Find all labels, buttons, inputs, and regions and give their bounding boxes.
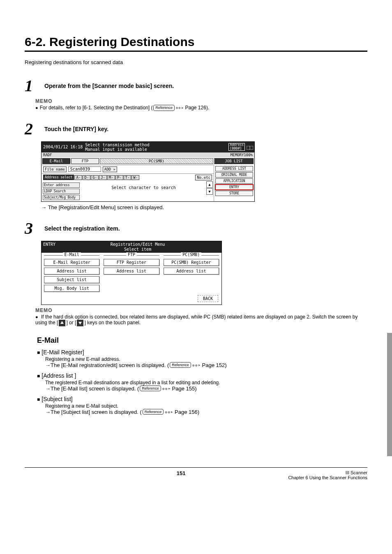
job-list-button[interactable]: JOB LIST [214,158,254,164]
email-register-button[interactable]: E-Mail Register [44,259,99,266]
email-register-head: ■[E-Mail Register] [37,349,367,355]
tab-email[interactable]: E-Mail [42,158,70,164]
ftp-address-list-button[interactable]: Address list [104,268,159,275]
screen1-datetime: 2004/01/12 16:18 [43,145,83,149]
ftp-register-button[interactable]: FTP Register [104,259,159,266]
tab-pcsmb[interactable]: PC(SMB) [100,158,213,164]
footer-section: III Scanner [288,470,367,475]
bullet-icon-3: ● [35,314,38,319]
s2-grp-email: E-Mail [63,252,81,257]
radf-label: RADF [42,152,229,157]
entry-button[interactable]: ENTRY [215,185,253,190]
s2-header-l1: Registration/Edit Menu [55,242,220,247]
step-3-title: Select the registration item. [44,225,367,232]
subject-msg-body-button[interactable]: Subject/Msg Body [43,195,80,200]
memo-label-1: MEMO [35,98,367,104]
add-button[interactable]: ADD » [103,166,117,172]
back-button[interactable]: BACK [198,295,218,302]
subject-list-res-b: Page 156) [175,409,199,415]
screen1-message-1: Select transmission method [85,143,228,147]
email-register-res-b: Page 152) [202,362,227,368]
memo-label-3: MEMO [35,307,367,313]
reference-badge-e3: Reference [143,409,164,415]
subject-list-res-a: The [Subject list] screen is displayed. … [51,409,142,415]
reference-badge-e1: Reference [170,362,191,368]
store-button[interactable]: STORE [215,191,253,196]
letter-w[interactable]: W- [131,175,139,180]
arrow-up-icon [59,320,65,326]
dots-icon: ●● [175,105,181,111]
screenshot-registration-edit: ENTRY Registration/Edit Menu Select item… [41,241,222,305]
letter-j[interactable]: J- [99,175,107,180]
screenshot-scanner-basic: 2004/01/12 16:18 Select transmission met… [41,141,255,202]
lead-text: Registering destinations for scanned dat… [25,59,367,65]
memo-1-text-a: For details, refer to [6-1. Selecting th… [40,105,153,111]
page-number: 151 [74,470,288,480]
address-list-res-a: The [E-Mail list] screen is displayed. ( [51,385,139,392]
file-name-value[interactable]: Scan0039 [68,166,101,172]
screen1-message-2: Manual input is available [85,147,228,152]
reference-badge: Reference [153,105,175,111]
address-list-button[interactable]: ADDRESS LIST [215,166,253,171]
arrow-up-button[interactable]: ▲ [206,181,213,188]
s2-mode-label: ENTRY [43,242,55,252]
tri-e1: ▸ [198,363,201,367]
memo-3-text-c: ] keys on the touch panel. [84,320,141,325]
original-mode-button[interactable]: ORIGINAL MODE [215,172,253,178]
subject-list-head: ■[Subject list] [37,396,367,402]
subject-list-desc: Registering a new E-Mail subject. [45,403,367,409]
step-1-title: Operate from the [Scanner mode basic] sc… [44,83,367,89]
no-etc-button[interactable]: No.etc [195,175,212,180]
s2-grp-ftp: FTP [126,252,137,257]
email-heading: E-Mail [37,336,367,345]
title-underline [25,51,367,52]
memo-3-text-b: ] or [ [66,320,76,325]
msg-body-list-button[interactable]: Msg. Body list [44,285,99,292]
arrow-down-icon [77,320,83,326]
letter-d[interactable]: D- [83,175,90,180]
step-1-number: 1 [25,78,41,94]
bullet-icon: ● [35,105,38,110]
reference-badge-e2: Reference [140,385,161,392]
address-list-desc: The registered E-mail destinations are d… [45,380,367,385]
dots-e2: ●● [162,385,168,392]
email-address-list-button[interactable]: Address list [44,268,99,275]
letter-m[interactable]: M- [107,175,115,180]
address-box-l2: [000#] [230,147,244,151]
step-2-number: 2 [25,121,41,137]
letter-t[interactable]: T- [124,175,131,180]
page-title: 6-2. Registering Destinations [25,35,367,49]
arrow-down-button[interactable]: ▼ [206,188,213,195]
tri-e3: ▸ [171,410,173,414]
memo-1-text-b: Page 126). [185,105,210,111]
dots-e1: ●● [192,362,198,368]
letter-p[interactable]: P- [115,175,123,180]
step-3-number: 3 [25,220,41,237]
subject-list-head-text: [Subject list] [42,396,72,402]
s2-header-l2: Select item [55,247,220,252]
email-register-res-a: The [E-Mail registration/edit] screen is… [51,362,169,368]
email-register-desc: Registering a new E-mail address. [45,356,367,362]
select-char-text: Select character to search [81,181,206,201]
enter-address-button[interactable]: Enter address [43,182,80,188]
address-select-button[interactable]: Address select [43,175,74,180]
address-list-result: →The [E-Mail list] screen is displayed. … [45,385,367,392]
pcsmb-address-list-button[interactable]: Address list [164,268,219,275]
subject-list-result: →The [Subject list] screen is displayed.… [45,409,367,415]
address-list-head: ■[Address list ] [37,372,367,379]
subject-list-button[interactable]: Subject list [44,276,99,283]
email-register-head-text: [E-Mail Register] [42,349,84,355]
memo-1-line: ● For details, refer to [6-1. Selecting … [35,105,367,111]
application-button[interactable]: APPLICATION [215,178,253,184]
address-list-head-text: [Address list ] [42,372,76,379]
memo-3-line: ● If the hard disk option is connected, … [35,314,367,326]
tri-e2: ▸ [168,386,171,390]
letter-a[interactable]: A- [74,175,82,180]
pcsmb-register-button[interactable]: PC(SMB) Register [164,259,219,266]
step-2-result-text: The [Registration/Edit Menu] screen is d… [48,204,164,210]
memory-label: MEMORY100% [229,152,254,157]
letter-g[interactable]: G- [91,175,99,180]
tab-ftp[interactable]: FTP [71,158,99,164]
ldap-search-button[interactable]: LDAP Search [43,189,80,194]
step-2-title: Touch the [ENTRY] key. [44,126,367,132]
